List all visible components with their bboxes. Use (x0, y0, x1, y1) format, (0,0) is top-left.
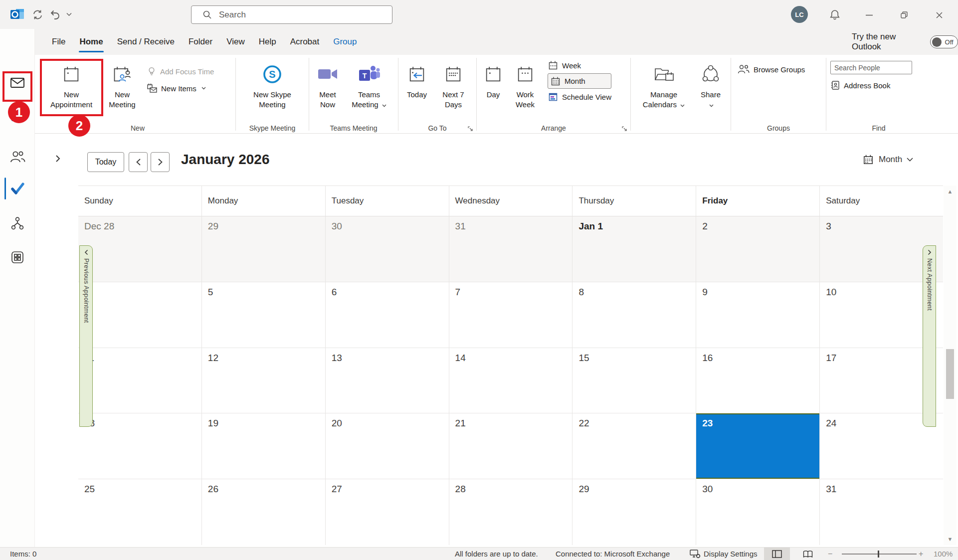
bell-icon[interactable] (829, 9, 840, 21)
day-cell[interactable]: 12 (201, 348, 325, 413)
day-cell[interactable]: 31 (819, 479, 943, 545)
menu-item-view[interactable]: View (219, 29, 252, 55)
chevron-down-icon[interactable] (66, 12, 72, 16)
manage-calendars-button[interactable]: Manage Calendars (635, 55, 693, 122)
day-cell[interactable]: 2 (696, 216, 819, 282)
day-cell[interactable]: 31 (449, 216, 573, 282)
previous-month-button[interactable] (129, 152, 148, 172)
day-cell[interactable]: 9 (696, 282, 819, 348)
day-cell[interactable]: 27 (325, 479, 449, 545)
next-month-button[interactable] (151, 152, 170, 172)
menu-item-send-receive[interactable]: Send / Receive (110, 29, 182, 55)
day-cell[interactable]: 19 (201, 413, 325, 479)
chevron-down-icon (709, 104, 714, 107)
day-cell-selected[interactable]: 23 (696, 413, 819, 479)
sidebar-item-apps[interactable] (0, 243, 35, 271)
display-settings-button[interactable]: Display Settings (690, 548, 758, 560)
scroll-up-arrow[interactable]: ▲ (944, 187, 957, 196)
next-appointment-tab[interactable]: Next Appointment (923, 245, 936, 427)
day-cell[interactable]: 25 (78, 479, 201, 545)
sidebar-item-mail[interactable] (0, 69, 35, 97)
restore-button[interactable] (897, 10, 912, 20)
today-ribbon-button[interactable]: Today (399, 55, 434, 122)
browse-groups-button[interactable]: Browse Groups (737, 62, 826, 77)
day-cell[interactable]: 6 (325, 282, 449, 348)
zoom-slider-track[interactable] (842, 554, 917, 555)
day-cell[interactable]: 5 (201, 282, 325, 348)
avatar[interactable]: LC (791, 6, 808, 23)
menu-item-acrobat[interactable]: Acrobat (283, 29, 327, 55)
zoom-in-button[interactable]: + (919, 548, 923, 560)
scrollbar-thumb[interactable] (946, 349, 954, 399)
menu-item-folder[interactable]: Folder (182, 29, 219, 55)
day-cell[interactable]: 4 (78, 282, 201, 348)
day-cell[interactable]: Dec 28 (78, 216, 201, 282)
day-cell[interactable]: 15 (572, 348, 696, 413)
day-cell[interactable]: 26 (201, 479, 325, 545)
search-box[interactable] (191, 5, 392, 24)
day-cell[interactable]: 8 (572, 282, 696, 348)
day-cell[interactable]: 16 (696, 348, 819, 413)
sidebar-item-people[interactable] (0, 143, 35, 171)
day-cell[interactable]: 29 (572, 479, 696, 545)
minimize-button[interactable] (862, 10, 877, 20)
new-skype-meeting-button[interactable]: S New Skype Meeting (240, 55, 305, 122)
next-7-days-button[interactable]: Next 7 Days (434, 55, 472, 122)
undo-ic[interactable] (49, 9, 60, 20)
day-cell[interactable]: 14 (449, 348, 573, 413)
work-week-label-2: Week (516, 100, 535, 109)
vertical-scrollbar[interactable]: ▲ ▼ (944, 186, 957, 545)
day-cell[interactable]: 20 (325, 413, 449, 479)
sidebar-item-todo[interactable] (0, 175, 35, 202)
new-items-button[interactable]: New Items (147, 81, 214, 96)
reading-view-button[interactable] (795, 548, 821, 560)
new-appointment-button[interactable]: New Appointment (40, 55, 103, 122)
day-cell[interactable]: 22 (572, 413, 696, 479)
dialog-launcher-icon[interactable] (467, 126, 473, 132)
share-button[interactable]: Share (695, 55, 727, 122)
normal-view-button[interactable] (764, 548, 790, 560)
month-view-button[interactable]: Month (548, 73, 611, 89)
day-cell[interactable]: 13 (325, 348, 449, 413)
toggle-knob (932, 37, 942, 47)
day-cell[interactable]: 28 (449, 479, 573, 545)
day-cell[interactable]: 30 (696, 479, 819, 545)
group-label-goto: Go To (398, 124, 476, 132)
meet-now-button[interactable]: Meet Now (311, 55, 344, 122)
expand-pane-chevron[interactable] (55, 155, 61, 163)
sidebar-item-org[interactable] (0, 209, 35, 237)
teams-meeting-button[interactable]: T Teams Meeting (344, 55, 394, 122)
today-button[interactable]: Today (87, 152, 124, 172)
month-view-selector[interactable]: Month (862, 154, 913, 166)
day-cell[interactable]: 7 (449, 282, 573, 348)
day-number: 10 (826, 287, 836, 297)
schedule-view-button[interactable]: Schedule View (548, 89, 611, 104)
sync-ic[interactable] (32, 9, 43, 20)
scroll-down-arrow[interactable]: ▼ (944, 534, 957, 544)
zoom-out-button[interactable]: − (828, 548, 832, 560)
search-people-input[interactable] (830, 61, 912, 74)
search-input[interactable] (219, 10, 369, 20)
menu-item-help[interactable]: Help (252, 29, 283, 55)
day-cell[interactable]: Jan 1 (572, 216, 696, 282)
work-week-button[interactable]: Work Week (508, 55, 543, 122)
new-outlook-toggle[interactable]: Off (930, 35, 958, 48)
address-book-button[interactable]: Address Book (830, 78, 931, 93)
week-view-button[interactable]: Week (548, 58, 611, 73)
add-focus-time-button[interactable]: Add Focus Time (147, 64, 214, 79)
close-button[interactable] (932, 10, 947, 20)
dialog-launcher-icon[interactable] (621, 126, 627, 132)
day-cell[interactable]: 30 (325, 216, 449, 282)
day-cell[interactable]: 18 (78, 413, 201, 479)
day-cell[interactable]: 29 (201, 216, 325, 282)
previous-appointment-tab[interactable]: Previous Appointment (79, 245, 93, 427)
zoom-slider-thumb[interactable] (878, 551, 879, 558)
previous-appointment-label: Previous Appointment (83, 258, 90, 323)
menu-item-home[interactable]: Home (72, 29, 110, 55)
menu-item-group[interactable]: Group (326, 29, 364, 55)
day-cell[interactable]: 11 (78, 348, 201, 413)
day-view-button[interactable]: Day (479, 55, 508, 122)
new-meeting-button[interactable]: New Meeting (106, 55, 139, 122)
day-cell[interactable]: 21 (449, 413, 573, 479)
menu-item-file[interactable]: File (45, 29, 72, 55)
